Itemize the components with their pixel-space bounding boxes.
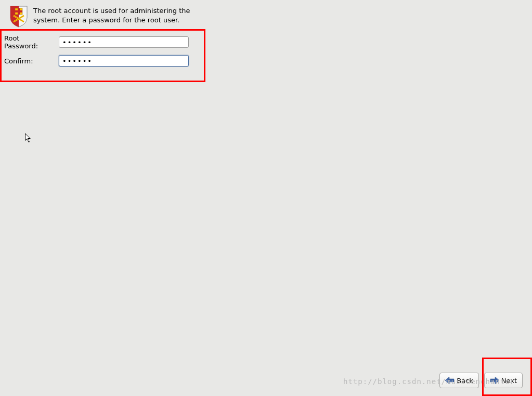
shield-icon — [9, 5, 28, 28]
navigation-buttons: Back Next — [439, 373, 523, 388]
arrow-right-icon — [490, 377, 499, 384]
password-form: Root Password: Confirm: — [0, 29, 205, 82]
confirm-label: Confirm: — [4, 57, 59, 65]
next-button-label: Next — [501, 377, 517, 385]
confirm-row: Confirm: — [4, 55, 201, 67]
mouse-cursor-icon — [25, 133, 32, 143]
root-password-input[interactable] — [59, 36, 189, 48]
arrow-left-icon — [445, 377, 455, 384]
confirm-input[interactable] — [59, 55, 189, 67]
svg-rect-2 — [15, 10, 22, 12]
back-button[interactable]: Back — [439, 373, 479, 388]
root-password-row: Root Password: — [4, 34, 201, 50]
back-button-label: Back — [457, 377, 473, 385]
instruction-text: The root account is used for administeri… — [33, 5, 200, 24]
header-section: The root account is used for administeri… — [0, 0, 532, 28]
root-password-label: Root Password: — [4, 34, 59, 50]
next-button[interactable]: Next — [484, 373, 523, 388]
